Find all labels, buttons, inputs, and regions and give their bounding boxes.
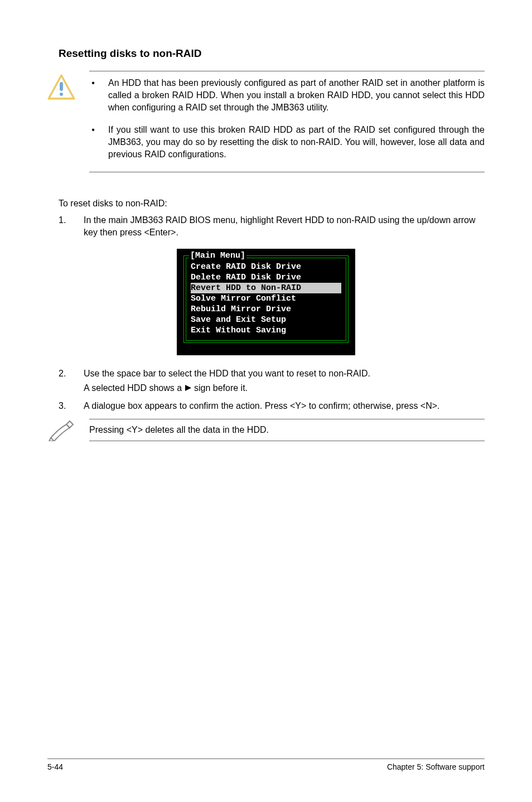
step-text: A dialogue box appears to confirm the ac… xyxy=(84,400,485,412)
svg-point-3 xyxy=(60,93,63,96)
sub-pre: A selected HDD shows a xyxy=(84,383,185,393)
bios-menu-item: Save and Exit Setup xyxy=(191,315,341,325)
caution-block: • An HDD that has been previously config… xyxy=(47,71,485,172)
section-heading: Resetting disks to non-RAID xyxy=(59,47,485,60)
bios-menu-item: Exit Without Saving xyxy=(191,325,341,336)
step-text: In the main JMB363 RAID BIOS menu, highl… xyxy=(84,214,485,239)
caution-bullet-2: • If you still want to use this broken R… xyxy=(89,124,485,161)
svg-marker-4 xyxy=(185,385,191,391)
page-number: 5-44 xyxy=(47,762,63,771)
bios-menu-item: Create RAID Disk Drive xyxy=(191,262,341,272)
svg-rect-2 xyxy=(60,82,63,91)
pencil-note-icon xyxy=(47,419,75,441)
triangle-right-icon xyxy=(185,384,192,392)
step-text-line2: A selected HDD shows a sign before it. xyxy=(84,382,485,394)
bullet-text: An HDD that has been previously configur… xyxy=(108,77,485,114)
step-1: 1. In the main JMB363 RAID BIOS menu, hi… xyxy=(59,214,485,239)
bios-menu-title: [Main Menu] xyxy=(189,250,246,261)
chapter-label: Chapter 5: Software support xyxy=(387,762,485,771)
bullet-dot: • xyxy=(89,124,97,136)
sub-post: sign before it. xyxy=(192,383,248,393)
caution-bullet-1: • An HDD that has been previously config… xyxy=(89,77,485,114)
step-text: Use the space bar to select the HDD that… xyxy=(84,368,485,394)
bios-menu-item: Rebuild Mirror Drive xyxy=(191,304,341,315)
step-2: 2. Use the space bar to select the HDD t… xyxy=(59,368,485,394)
caution-icon xyxy=(47,74,75,102)
note-text: Pressing <Y> deletes all the data in the… xyxy=(89,419,485,441)
bullet-text: If you still want to use this broken RAI… xyxy=(108,124,485,161)
intro-text: To reset disks to non-RAID: xyxy=(59,197,485,210)
step-text-line1: Use the space bar to select the HDD that… xyxy=(84,368,485,380)
bios-menu-item: Delete RAID Disk Drive xyxy=(191,272,341,283)
bullet-dot: • xyxy=(89,77,97,89)
page-footer: 5-44 Chapter 5: Software support xyxy=(47,758,485,771)
step-number: 3. xyxy=(59,400,70,412)
note-block: Pressing <Y> deletes all the data in the… xyxy=(47,419,485,441)
step-number: 1. xyxy=(59,214,70,226)
bios-menu-item: Solve Mirror Conflict xyxy=(191,293,341,304)
bios-screenshot: [Main Menu] Create RAID Disk Drive Delet… xyxy=(47,249,485,355)
bios-menu-item-selected: Revert HDD to Non-RAID xyxy=(191,283,341,293)
step-number: 2. xyxy=(59,368,70,380)
caution-content: • An HDD that has been previously config… xyxy=(89,71,485,172)
step-3: 3. A dialogue box appears to confirm the… xyxy=(59,400,485,412)
